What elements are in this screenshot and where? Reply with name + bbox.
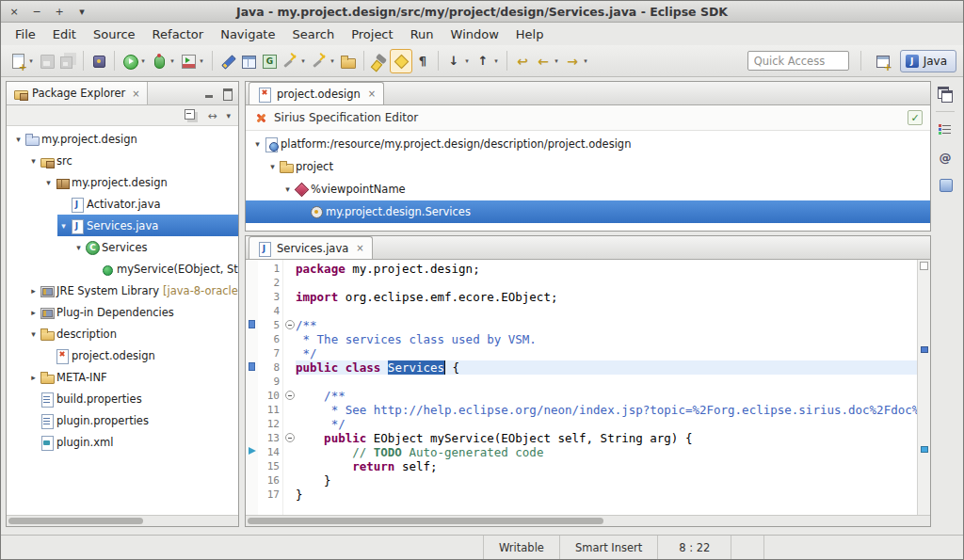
code-editor[interactable]: 1234567891011121314151617 package my.pro… bbox=[246, 260, 930, 515]
editor-hscrollbar[interactable] bbox=[246, 515, 930, 526]
open-plugin-artifact-button[interactable] bbox=[88, 49, 109, 73]
scrollbar-thumb[interactable] bbox=[248, 518, 603, 524]
expand-expander-icon[interactable]: ▸ bbox=[27, 308, 40, 317]
tree-item-my-project-design[interactable]: ▾my.project.design bbox=[7, 171, 238, 193]
tree-item-description[interactable]: ▾description bbox=[7, 323, 238, 344]
new-wizard-button[interactable]: ▾ bbox=[8, 49, 37, 73]
code-line-8[interactable]: public class Services { bbox=[296, 360, 917, 375]
collapse-fold-icon[interactable] bbox=[285, 433, 295, 442]
code-line-15[interactable]: return self; bbox=[296, 459, 917, 473]
dropdown-caret-icon[interactable]: ▾ bbox=[553, 57, 560, 65]
close-button[interactable]: × bbox=[8, 5, 21, 19]
collapse-expander-icon[interactable]: ▾ bbox=[251, 139, 264, 149]
package-explorer-hscrollbar[interactable] bbox=[7, 515, 238, 526]
link-with-editor-button[interactable]: ↔ bbox=[207, 109, 217, 122]
external-tools-button[interactable]: ▾ bbox=[178, 49, 207, 73]
tab-services-java[interactable]: Services.java × bbox=[249, 236, 373, 259]
tree-item-meta-inf[interactable]: ▸META-INF bbox=[7, 366, 238, 388]
validate-button[interactable]: ✓ bbox=[908, 110, 923, 125]
dropdown-caret-icon[interactable]: ▾ bbox=[27, 57, 35, 65]
code-line-3[interactable]: import org.eclipse.emf.ecore.EObject; bbox=[296, 290, 917, 304]
tree-item-platform-resource-my-project-design-description-project-odesign[interactable]: ▾platform:/resource/my.project.design/de… bbox=[246, 133, 930, 155]
close-icon[interactable]: × bbox=[132, 88, 139, 99]
code-line-4[interactable] bbox=[296, 304, 917, 318]
range-marker-icon[interactable] bbox=[249, 320, 255, 328]
close-icon[interactable]: × bbox=[356, 243, 363, 253]
code-line-7[interactable]: */ bbox=[296, 346, 917, 360]
fold-cell[interactable] bbox=[283, 431, 296, 445]
outline-view-button[interactable] bbox=[935, 120, 956, 139]
tree-item-plug-in-dependencies[interactable]: ▸Plug-in Dependencies bbox=[7, 301, 238, 323]
restore-views-button[interactable] bbox=[935, 84, 956, 103]
tree-item-project[interactable]: ▾project bbox=[246, 155, 930, 178]
menu-refactor[interactable]: Refactor bbox=[144, 24, 213, 44]
code-line-12[interactable]: */ bbox=[296, 417, 917, 431]
code-line-2[interactable] bbox=[296, 276, 917, 290]
fold-cell[interactable] bbox=[283, 389, 296, 403]
menu-search[interactable]: Search bbox=[283, 24, 343, 44]
menu-help[interactable]: Help bbox=[507, 24, 553, 44]
menu-edit[interactable]: Edit bbox=[44, 24, 85, 44]
tree-item-plugin-properties[interactable]: plugin.properties bbox=[7, 409, 238, 431]
declaration-view-button[interactable] bbox=[935, 175, 956, 194]
tree-item-viewpointname[interactable]: ▾%viewpointName bbox=[246, 178, 930, 200]
menu-navigate[interactable]: Navigate bbox=[212, 24, 283, 44]
collapse-expander-icon[interactable]: ▾ bbox=[27, 156, 40, 166]
run-button[interactable]: ▾ bbox=[120, 49, 149, 73]
code-line-17[interactable]: } bbox=[296, 488, 917, 502]
overview-ruler[interactable] bbox=[917, 260, 930, 515]
expand-expander-icon[interactable]: ▸ bbox=[27, 373, 40, 382]
dropdown-caret-icon[interactable]: ▾ bbox=[299, 57, 307, 65]
java-perspective-button[interactable]: J Java bbox=[900, 50, 956, 72]
tree-item-jre-system-library[interactable]: ▸JRE System Library[java-8-oracle] bbox=[7, 280, 238, 301]
tree-item-activator-java[interactable]: Activator.java bbox=[7, 193, 238, 215]
code-line-1[interactable]: package my.project.design; bbox=[296, 262, 917, 276]
annotation-ruler[interactable] bbox=[246, 260, 258, 515]
previous-annotation-button[interactable]: ↑▾ bbox=[473, 49, 502, 73]
code-line-5[interactable]: /** bbox=[296, 318, 917, 332]
code-line-6[interactable]: * The services class used by VSM. bbox=[296, 332, 917, 346]
menu-file[interactable]: File bbox=[7, 24, 44, 44]
forward-button[interactable]: →▾ bbox=[562, 49, 591, 73]
window-menu-button[interactable]: ▾ bbox=[75, 5, 88, 19]
code-line-9[interactable] bbox=[296, 375, 917, 389]
new-package-wizard-button[interactable]: ▾ bbox=[309, 49, 338, 73]
show-whitespace-button[interactable]: ¶ bbox=[412, 49, 433, 73]
overview-marker-icon[interactable] bbox=[921, 446, 928, 453]
range-marker-icon[interactable] bbox=[249, 362, 255, 371]
expand-expander-icon[interactable]: ▸ bbox=[27, 286, 40, 296]
minimize-button[interactable]: − bbox=[30, 5, 43, 19]
new-class-wizard-button[interactable]: ▾ bbox=[280, 49, 309, 73]
tree-item-project-odesign[interactable]: project.odesign bbox=[7, 344, 238, 366]
open-perspective-button[interactable] bbox=[873, 49, 893, 73]
dropdown-caret-icon[interactable]: ▾ bbox=[139, 57, 147, 65]
debug-button[interactable]: ▾ bbox=[149, 49, 178, 73]
javadoc-view-button[interactable]: @ bbox=[935, 148, 956, 167]
menu-source[interactable]: Source bbox=[85, 24, 144, 44]
maximize-button[interactable]: + bbox=[53, 5, 66, 19]
collapse-expander-icon[interactable]: ▾ bbox=[12, 135, 24, 144]
menu-project[interactable]: Project bbox=[343, 24, 401, 44]
dropdown-caret-icon[interactable]: ▾ bbox=[329, 57, 336, 65]
open-resource-button[interactable] bbox=[338, 49, 359, 73]
code-text-area[interactable]: package my.project.design; import org.ec… bbox=[296, 260, 917, 515]
collapse-expander-icon[interactable]: ▾ bbox=[72, 243, 85, 252]
menu-run[interactable]: Run bbox=[402, 24, 442, 44]
dropdown-caret-icon[interactable]: ▾ bbox=[463, 57, 471, 65]
quick-access-input[interactable] bbox=[747, 51, 849, 71]
dropdown-caret-icon[interactable]: ▾ bbox=[169, 57, 176, 65]
generate-javadoc-button[interactable] bbox=[259, 49, 280, 73]
tree-item-my-project-design-services[interactable]: my.project.design.Services bbox=[246, 200, 930, 223]
tree-item-build-properties[interactable]: build.properties bbox=[7, 388, 238, 409]
dropdown-caret-icon[interactable]: ▾ bbox=[198, 57, 205, 65]
tree-item-services-java[interactable]: ▾Services.java bbox=[7, 215, 238, 236]
tab-project-odesign[interactable]: project.odesign × bbox=[249, 82, 384, 104]
menu-window[interactable]: Window bbox=[442, 24, 507, 44]
mark-occurrences-button[interactable] bbox=[390, 49, 412, 73]
collapse-expander-icon[interactable]: ▾ bbox=[27, 329, 40, 339]
task-marker-icon[interactable] bbox=[249, 447, 256, 455]
close-icon[interactable]: × bbox=[368, 88, 376, 99]
tree-item-myservice-eobject-stri[interactable]: myService(EObject, Stri bbox=[7, 258, 238, 280]
package-explorer-tab[interactable]: Package Explorer × bbox=[7, 82, 148, 104]
next-annotation-button[interactable]: ↓▾ bbox=[443, 49, 473, 73]
